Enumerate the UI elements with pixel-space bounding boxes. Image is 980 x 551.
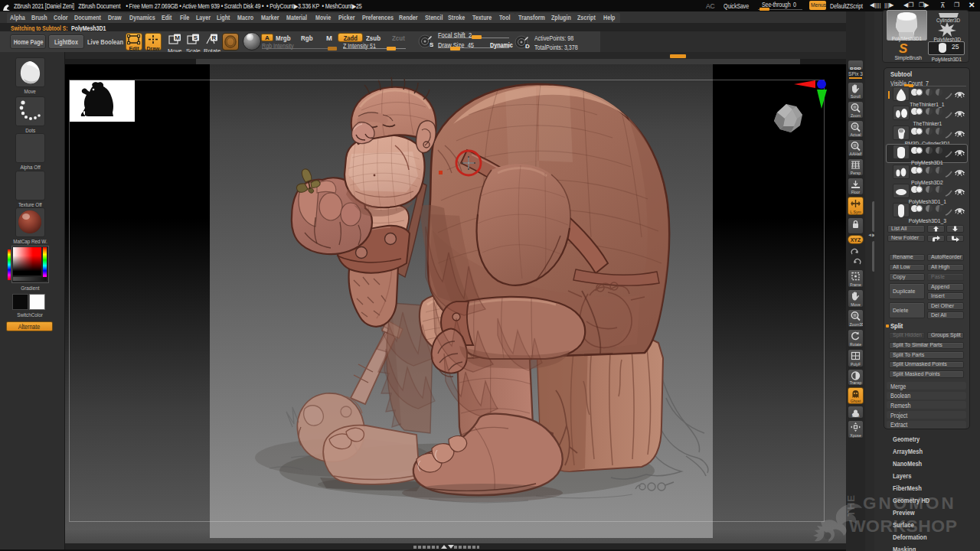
svg-text:S: S <box>194 34 198 41</box>
svg-text:S: S <box>430 41 433 48</box>
svg-text:M: M <box>175 34 180 41</box>
svg-text:D: D <box>525 43 530 50</box>
svg-text:R: R <box>212 34 217 41</box>
svg-text:BPR: BPR <box>850 67 861 70</box>
